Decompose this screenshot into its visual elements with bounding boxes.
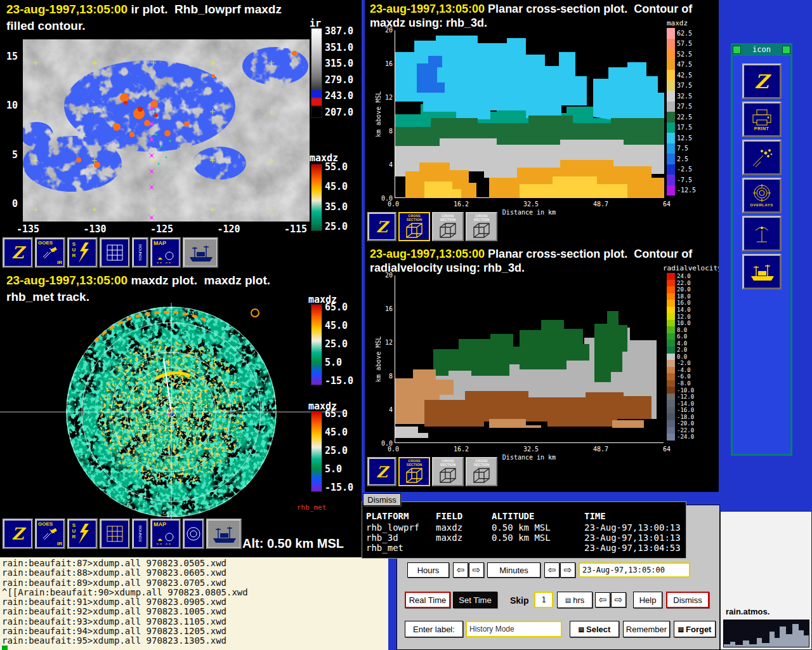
grid-icon xyxy=(103,522,126,545)
altitude-cell xyxy=(492,543,584,553)
cross-section-button-1[interactable]: CROSS SECTION xyxy=(398,212,430,241)
set-time-button[interactable]: Set Time xyxy=(453,592,497,608)
remember-button[interactable]: Remember xyxy=(623,621,670,637)
tick-label: 5.0 xyxy=(325,463,342,475)
skip-step-forward-button[interactable]: ⇨ xyxy=(611,592,626,607)
status-table-row: rhb_3d maxdz 0.50 km MSL 23-Aug-97,13:01… xyxy=(366,533,683,543)
range-rings-button[interactable] xyxy=(183,519,204,549)
colorbar-cell: 2.0 xyxy=(667,347,694,354)
window-menu-button[interactable] xyxy=(733,46,741,54)
colorbar-cell: 42.5 xyxy=(667,70,696,81)
tick-label: 351.0 xyxy=(325,42,353,53)
map-overlay-button[interactable]: MAP xyxy=(150,237,181,268)
cross-section-label: CROSS SECTION xyxy=(468,214,495,222)
minutes-step-back-button[interactable]: ⇦ xyxy=(544,562,560,578)
help-button[interactable]: Help xyxy=(633,592,662,608)
title-text: Planar cross-section plot. Contour of xyxy=(485,248,692,260)
goes-label: GOES xyxy=(38,240,53,246)
color-swatch xyxy=(667,300,675,307)
time-value-field[interactable]: 23-Aug-97,13:05:00 xyxy=(579,562,690,578)
velocity-colorbar: 24.022.020.018.016.014.012.010.08.06.04.… xyxy=(667,273,694,441)
velocity-cross-section-image xyxy=(395,275,664,443)
window-iconify-button[interactable] xyxy=(782,46,790,54)
goes-ir-overlay-button[interactable]: GOES IR xyxy=(35,519,65,549)
skip-value-field[interactable]: 1 xyxy=(534,592,553,608)
status-table-body: rhb_lowprf maxdz 0.50 km MSL 23-Aug-97,1… xyxy=(366,522,683,553)
bounds-overlay-button[interactable]: BOUNDS xyxy=(132,237,148,268)
grid-overlay-button[interactable] xyxy=(100,519,130,549)
surface-data-button[interactable]: SUR xyxy=(67,519,98,549)
hours-step-back-button[interactable]: ⇦ xyxy=(453,562,468,578)
field-plot-button[interactable] xyxy=(742,140,782,175)
map-overlay-button[interactable]: MAP xyxy=(150,519,181,549)
ship-button[interactable] xyxy=(742,254,782,289)
colorbar-cell: 37.5 xyxy=(667,81,696,91)
tick-label: 64 xyxy=(663,446,671,453)
zebra-menu-button[interactable]: Z xyxy=(3,519,33,549)
icon-window-titlebar[interactable]: icon xyxy=(731,43,792,56)
radar-toolbar: Z GOES IR SUR BOUNDS MAP xyxy=(3,519,242,549)
color-swatch xyxy=(667,185,675,196)
color-swatch xyxy=(667,313,675,320)
tick-label: -15.0 xyxy=(325,482,353,493)
terminal-line: rain:beaufait:87>xdump.all 970823.0505.x… xyxy=(2,559,248,568)
ir-satellite-canvas[interactable] xyxy=(23,39,310,222)
tick-label: 12 xyxy=(385,339,393,346)
select-label: Select xyxy=(586,625,610,634)
skip-step-back-button[interactable]: ⇦ xyxy=(595,592,610,607)
color-swatch xyxy=(667,380,675,387)
status-dismiss-button[interactable]: Dismiss xyxy=(363,493,401,506)
goes-ir-overlay-button[interactable]: GOES IR xyxy=(35,237,65,268)
grid-overlay-button[interactable] xyxy=(100,237,130,268)
ir-label: IR xyxy=(57,260,62,265)
hours-step-forward-button[interactable]: ⇨ xyxy=(469,562,484,578)
ship-platform-button[interactable] xyxy=(206,519,242,549)
tick-label: -120 xyxy=(217,223,240,235)
cube-icon xyxy=(438,467,458,484)
colorbar-label: -10.0 xyxy=(677,387,694,394)
cross-section-toolbar: Z CROSS SECTION CROSS SECTION CROSS SECT… xyxy=(367,212,497,241)
zebra-menu-button[interactable]: Z xyxy=(367,457,396,486)
maxdz-colorbar xyxy=(311,164,322,231)
forget-button[interactable]: ▤Forget xyxy=(674,621,716,637)
overlays-button[interactable]: OVERLAYS xyxy=(742,178,782,213)
time-cell: 23-Aug-97,13:04:53 xyxy=(584,543,686,553)
colorbar-label: 57.5 xyxy=(677,40,692,47)
label-value-field[interactable]: History Mode xyxy=(466,621,562,637)
zebra-main-button[interactable]: Z xyxy=(742,63,782,99)
map-label: MAP xyxy=(154,521,166,527)
surface-data-button[interactable]: SUR xyxy=(67,237,98,268)
dismiss-button[interactable]: Dismiss xyxy=(666,592,709,608)
terminal-window[interactable]: rain:beaufait:87>xdump.all 970823.0505.x… xyxy=(0,557,388,650)
print-button[interactable]: PRINT xyxy=(742,102,782,137)
zebra-menu-button[interactable]: Z xyxy=(3,237,33,268)
bounds-overlay-button[interactable]: BOUNDS xyxy=(132,519,148,549)
real-time-button[interactable]: Real Time xyxy=(405,592,450,608)
select-button[interactable]: ▤Select xyxy=(570,621,619,637)
cross-section-canvas[interactable] xyxy=(395,30,664,198)
scale-title: radialvelocity xyxy=(663,264,719,272)
cross-section-button-3[interactable]: CROSS SECTION xyxy=(466,212,497,241)
radar-antenna-button[interactable] xyxy=(742,216,782,251)
minutes-button[interactable]: Minutes xyxy=(487,562,540,578)
colorbar-label: 27.5 xyxy=(677,103,692,110)
colorbar-label: 16.0 xyxy=(677,300,691,306)
skip-units-button[interactable]: ▤hrs xyxy=(557,592,593,608)
hours-button[interactable]: Hours xyxy=(407,562,449,578)
radar-ppi-canvas[interactable] xyxy=(0,303,343,522)
colorbar-label: -22.0 xyxy=(677,427,694,434)
cross-section-button-2[interactable]: CROSS SECTION xyxy=(432,457,464,486)
tick-label: 16.2 xyxy=(454,446,469,453)
enter-label-button[interactable]: Enter label: xyxy=(405,621,463,637)
cross-section-canvas[interactable] xyxy=(395,275,664,443)
zebra-menu-button[interactable]: Z xyxy=(367,212,396,241)
cross-section-button-1[interactable]: CROSS SECTION xyxy=(398,457,430,486)
overlays-label: OVERLAYS xyxy=(750,203,773,207)
minutes-step-forward-button[interactable]: ⇨ xyxy=(560,562,575,578)
cross-section-button-2[interactable]: CROSS SECTION xyxy=(432,212,464,241)
tick-label: 207.0 xyxy=(325,107,353,118)
color-swatch xyxy=(667,60,675,70)
ship-platform-button[interactable] xyxy=(183,237,218,268)
cross-section-button-3[interactable]: CROSS SECTION xyxy=(466,457,497,486)
map-symbols-icon xyxy=(154,248,177,265)
